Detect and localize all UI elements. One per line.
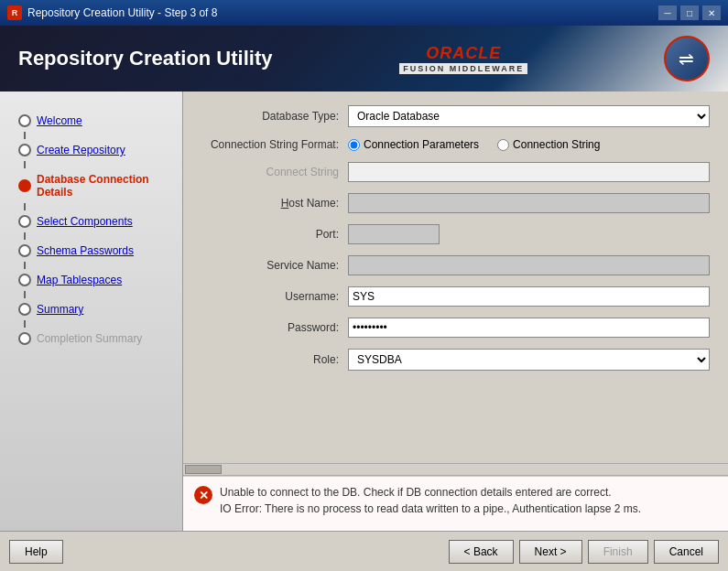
radio-connection-params-label: Connection Parameters	[364, 138, 479, 151]
username-row: Username:	[201, 286, 710, 307]
app-title: Repository Creation Utility	[18, 47, 272, 70]
password-input[interactable]	[348, 318, 710, 338]
window-controls: ─ □ ✕	[658, 5, 721, 20]
sidebar-link-create-repository[interactable]: Create Repository	[37, 144, 125, 156]
sidebar-item-map-tablespaces[interactable]: Map Tablespaces	[0, 269, 182, 291]
error-panel: ✕ Unable to connect to the DB. Check if …	[183, 476, 728, 531]
connect-string-row: Connect String	[201, 162, 710, 182]
sidebar-item-select-components[interactable]: Select Components	[0, 210, 182, 232]
bottom-left: Help	[9, 540, 63, 564]
connect-string-control	[348, 162, 710, 182]
password-row: Password:	[201, 318, 710, 338]
radio-connection-params-input[interactable]	[348, 139, 360, 151]
header-icon: ⇌	[664, 36, 710, 81]
port-control	[348, 224, 440, 244]
connector-line-3	[24, 203, 26, 210]
role-control: SYSDBA Normal SYSOPER	[348, 349, 710, 371]
sidebar-item-create-repository[interactable]: Create Repository	[0, 139, 182, 161]
connect-string-label: Connect String	[201, 166, 348, 178]
connection-format-row: Connection String Format: Connection Par…	[201, 138, 710, 151]
connector-line-6	[24, 291, 26, 298]
bottom-bar: Help < Back Next > Finish Cancel	[0, 531, 728, 571]
form-area: Database Type: Oracle Database Microsoft…	[183, 92, 728, 463]
bottom-right: < Back Next > Finish Cancel	[449, 540, 719, 564]
port-label: Port:	[201, 228, 348, 241]
sidebar-item-schema-passwords[interactable]: Schema Passwords	[0, 240, 182, 262]
finish-button[interactable]: Finish	[588, 540, 648, 564]
connector-line-7	[24, 320, 26, 328]
sidebar-link-summary[interactable]: Summary	[37, 303, 83, 316]
service-name-control	[348, 255, 710, 275]
error-line1: Unable to connect to the DB. Check if DB…	[220, 484, 641, 501]
role-row: Role: SYSDBA Normal SYSOPER	[201, 349, 710, 371]
host-name-input[interactable]	[348, 193, 710, 213]
sidebar-link-schema-passwords[interactable]: Schema Passwords	[37, 244, 134, 257]
title-bar: R Repository Creation Utility - Step 3 o…	[0, 0, 728, 26]
sidebar-item-welcome[interactable]: Welcome	[0, 110, 182, 132]
username-control	[348, 286, 710, 307]
cancel-button[interactable]: Cancel	[654, 540, 719, 564]
service-name-row: Service Name:	[201, 255, 710, 275]
help-button[interactable]: Help	[9, 540, 63, 564]
service-name-input[interactable]	[348, 255, 710, 275]
sidebar-item-database-connection[interactable]: Database Connection Details	[0, 168, 182, 203]
database-type-label: Database Type:	[201, 110, 348, 123]
connector-line-5	[24, 262, 26, 269]
radio-connection-string[interactable]: Connection String	[497, 138, 600, 151]
error-text: Unable to connect to the DB. Check if DB…	[220, 484, 641, 517]
sidebar-item-summary[interactable]: Summary	[0, 298, 182, 320]
app-icon: R	[7, 5, 22, 20]
maximize-button[interactable]: □	[680, 5, 699, 20]
host-name-label: Host Name:	[201, 197, 348, 210]
error-icon: ✕	[194, 486, 212, 504]
host-name-control	[348, 193, 710, 213]
oracle-subtitle: FUSION MIDDLEWARE	[399, 63, 527, 74]
password-label: Password:	[201, 321, 348, 334]
sidebar-link-select-components[interactable]: Select Components	[37, 215, 133, 228]
connector-line-1	[24, 132, 26, 139]
connection-format-control: Connection Parameters Connection String	[348, 138, 710, 151]
error-line2: IO Error: There is no process to read da…	[220, 501, 641, 517]
sidebar-dot-database-connection	[18, 179, 31, 192]
sidebar-dot-summary	[18, 303, 31, 316]
username-label: Username:	[201, 290, 348, 303]
connection-format-label: Connection String Format:	[201, 138, 348, 151]
content-wrapper: Database Type: Oracle Database Microsoft…	[183, 92, 728, 531]
host-name-row: Host Name:	[201, 193, 710, 213]
password-control	[348, 318, 710, 338]
oracle-logo-text: ORACLE	[426, 44, 501, 63]
scroll-thumb[interactable]	[185, 465, 222, 474]
back-button[interactable]: < Back	[449, 540, 514, 564]
role-label: Role:	[201, 353, 348, 366]
sidebar-link-map-tablespaces[interactable]: Map Tablespaces	[37, 274, 122, 286]
sidebar: Welcome Create Repository Database Conne…	[0, 92, 183, 531]
next-button[interactable]: Next >	[519, 540, 582, 564]
connect-string-input[interactable]	[348, 162, 710, 182]
window-title: Repository Creation Utility - Step 3 of …	[27, 6, 217, 19]
port-row: Port:	[201, 224, 710, 244]
username-input[interactable]	[348, 286, 710, 307]
radio-connection-params[interactable]: Connection Parameters	[348, 138, 479, 151]
sidebar-link-database-connection[interactable]: Database Connection Details	[37, 173, 173, 199]
sidebar-dot-select-components	[18, 215, 31, 228]
port-input[interactable]	[348, 224, 440, 244]
sidebar-dot-welcome	[18, 114, 31, 127]
oracle-logo-area: ORACLE FUSION MIDDLEWARE	[399, 44, 527, 74]
sidebar-dot-schema-passwords	[18, 244, 31, 257]
horizontal-scrollbar[interactable]	[183, 463, 728, 476]
sidebar-dot-create-repository	[18, 144, 31, 156]
main-area: Welcome Create Repository Database Conne…	[0, 92, 728, 531]
database-type-row: Database Type: Oracle Database Microsoft…	[201, 105, 710, 127]
role-select[interactable]: SYSDBA Normal SYSOPER	[348, 349, 710, 371]
radio-connection-string-input[interactable]	[497, 139, 509, 151]
sidebar-dot-completion-summary	[18, 332, 31, 345]
sidebar-item-completion-summary: Completion Summary	[0, 328, 182, 350]
minimize-button[interactable]: ─	[658, 5, 677, 20]
sidebar-dot-map-tablespaces	[18, 274, 31, 286]
database-type-select[interactable]: Oracle Database Microsoft SQL Server IBM…	[348, 105, 710, 127]
sidebar-link-welcome[interactable]: Welcome	[37, 114, 82, 127]
database-type-control: Oracle Database Microsoft SQL Server IBM…	[348, 105, 710, 127]
radio-connection-string-label: Connection String	[513, 138, 600, 151]
sidebar-label-completion-summary: Completion Summary	[37, 332, 142, 345]
close-button[interactable]: ✕	[702, 5, 721, 20]
